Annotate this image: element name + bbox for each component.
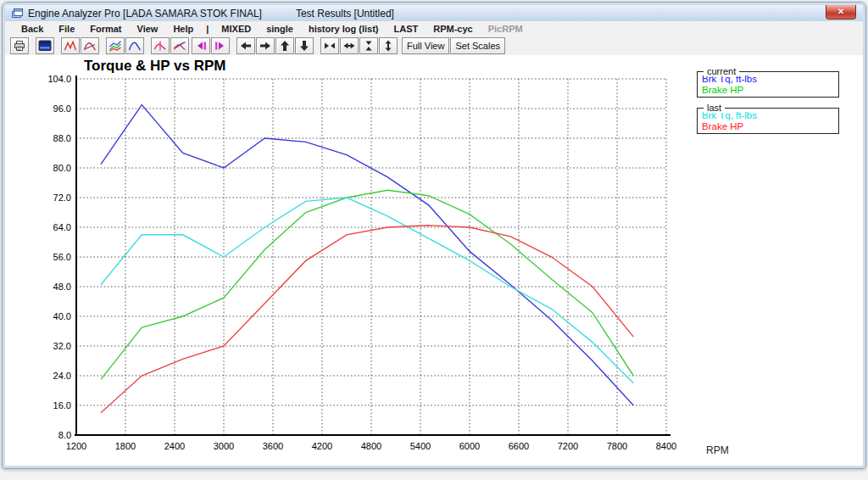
pan-right-button[interactable] bbox=[256, 37, 275, 54]
title-bar: Engine Analyzer Pro [LADA SAMARA STOK FI… bbox=[5, 5, 863, 21]
legend-current: current Brk Tq, ft-lbs Brake HP bbox=[697, 71, 839, 98]
arrow-right-icon bbox=[259, 40, 272, 52]
cursor-right-button[interactable] bbox=[211, 37, 230, 54]
legend-last: last Brk Tq, ft-lbs Brake HP bbox=[697, 108, 839, 134]
arrow-left-icon bbox=[239, 40, 253, 52]
menu-item-last[interactable]: LAST bbox=[386, 24, 426, 34]
cursor-chart-icon bbox=[153, 40, 167, 52]
expand-vertical-icon bbox=[381, 40, 395, 52]
overlay-graph-button[interactable] bbox=[170, 37, 189, 54]
graph-multi-line-button[interactable] bbox=[106, 37, 125, 54]
window-title: Engine Analyzer Pro [LADA SAMARA STOK FI… bbox=[28, 8, 262, 20]
arrow-up-icon bbox=[278, 40, 292, 52]
print-button[interactable] bbox=[10, 37, 29, 54]
red-curve-chart-icon bbox=[83, 40, 97, 52]
expand-horizontal-button[interactable] bbox=[340, 37, 359, 54]
menu-bar: Back File Format View Help | MIXED singl… bbox=[5, 21, 863, 36]
menu-item-format[interactable]: Format bbox=[82, 24, 129, 34]
legend-entry: Brake HP bbox=[702, 121, 838, 132]
menu-item-single[interactable]: single bbox=[259, 24, 301, 34]
menu-item-file[interactable]: File bbox=[51, 24, 82, 34]
legend-last-title: last bbox=[704, 103, 725, 113]
cursor-left-icon bbox=[194, 40, 208, 52]
pan-down-button[interactable] bbox=[295, 37, 314, 54]
overlay-chart-icon bbox=[173, 40, 186, 52]
legend-current-title: current bbox=[704, 66, 739, 76]
compress-horizontal-icon bbox=[323, 40, 337, 52]
multi-line-chart-icon bbox=[108, 40, 122, 52]
arrow-down-icon bbox=[298, 40, 311, 52]
menu-item-help[interactable]: Help bbox=[165, 24, 201, 34]
expand-vertical-button[interactable] bbox=[379, 37, 398, 54]
compress-horizontal-button[interactable] bbox=[320, 37, 339, 54]
compress-vertical-button[interactable] bbox=[359, 37, 378, 54]
legend-entry: Brake HP bbox=[702, 85, 838, 96]
menu-item-view[interactable]: View bbox=[130, 24, 166, 34]
set-scales-button[interactable]: Set Scales bbox=[450, 37, 505, 54]
menu-separator: | bbox=[201, 24, 214, 34]
pan-left-button[interactable] bbox=[236, 37, 255, 54]
printer-icon bbox=[13, 40, 26, 52]
app-icon bbox=[12, 8, 23, 18]
cursor-graph-button[interactable] bbox=[151, 37, 170, 54]
document-title: Test Results [Untitled] bbox=[296, 8, 394, 20]
menu-item-history-log[interactable]: history log (list) bbox=[301, 24, 387, 34]
expand-horizontal-icon bbox=[342, 40, 356, 52]
compress-vertical-icon bbox=[362, 40, 376, 52]
menu-item-picrpm: PicRPM bbox=[481, 24, 531, 34]
menu-item-mixed[interactable]: MIXED bbox=[214, 24, 259, 34]
menu-item-rpm-cyc[interactable]: RPM-cyc bbox=[426, 24, 480, 34]
graph-type-peaks-button[interactable] bbox=[61, 37, 80, 54]
full-view-button[interactable]: Full View bbox=[402, 37, 449, 54]
monitor-icon bbox=[38, 40, 52, 52]
tool-bar: Full View Set Scales bbox=[5, 36, 863, 56]
cursor-left-button[interactable] bbox=[192, 37, 210, 54]
blue-curve-chart-icon bbox=[128, 40, 142, 52]
peaks-chart-icon bbox=[64, 40, 77, 52]
pan-up-button[interactable] bbox=[275, 37, 294, 54]
close-button[interactable]: ✕ bbox=[826, 5, 856, 20]
graph-type-curve-button[interactable] bbox=[81, 37, 99, 54]
screen-report-button[interactable] bbox=[36, 37, 54, 54]
menu-item-back[interactable]: Back bbox=[14, 24, 51, 34]
graph-single-curve-button[interactable] bbox=[125, 37, 144, 54]
cursor-right-icon bbox=[214, 40, 227, 52]
